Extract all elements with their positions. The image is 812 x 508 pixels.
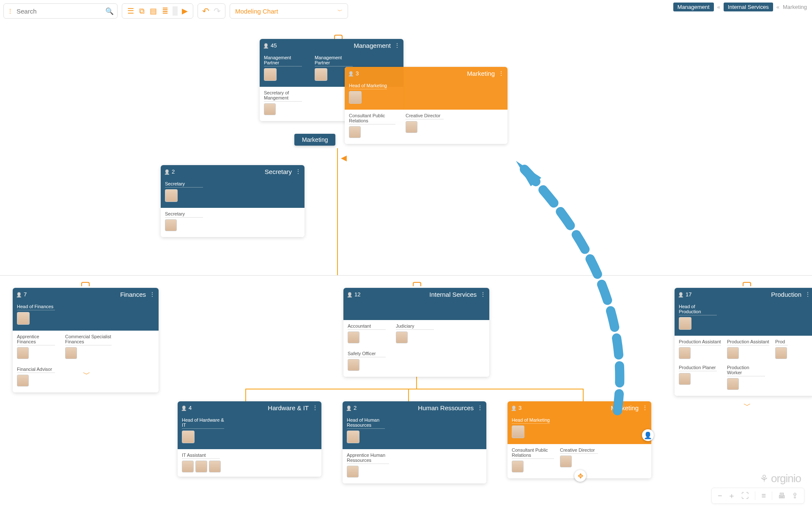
avatar[interactable] (349, 91, 362, 104)
avatar[interactable] (512, 425, 524, 438)
role-label: Safety Officer (348, 351, 386, 357)
person-icon (164, 168, 170, 175)
avatar[interactable] (17, 312, 30, 325)
collapse-node-icon[interactable] (81, 282, 90, 286)
person-icon (346, 405, 352, 411)
role-label: Management Partner (264, 55, 302, 66)
avatar[interactable] (775, 347, 787, 359)
role-label: Accountant (348, 323, 386, 330)
avatar[interactable] (65, 347, 77, 359)
avatar[interactable] (17, 347, 29, 359)
card-hardware-it[interactable]: 4 Hardware & IT ⋮ Head of Hardware & IT … (178, 401, 321, 477)
print-icon[interactable]: 🖶 (778, 491, 786, 500)
fit-screen-icon[interactable]: ⛶ (741, 491, 749, 500)
drag-person-badge-icon[interactable]: 👤 (642, 429, 654, 441)
connector (408, 389, 409, 401)
person-icon (181, 405, 187, 411)
brand-icon: ⚘ (760, 473, 768, 485)
avatar[interactable] (209, 461, 221, 472)
card-marketing[interactable]: 3 Marketing ⋮ Head of Marketing Consulta… (508, 401, 651, 478)
share-icon[interactable]: ⇪ (792, 491, 798, 500)
connector (245, 389, 246, 401)
card-menu-icon[interactable]: ⋮ (805, 291, 811, 298)
avatar[interactable] (679, 317, 691, 330)
zoom-in-icon[interactable]: ＋ (728, 491, 735, 501)
role-label: Apprentice Finances (17, 334, 55, 345)
person-icon (511, 405, 517, 411)
role-label: Creative Director (406, 113, 444, 119)
card-menu-icon[interactable]: ⋮ (498, 70, 504, 77)
role-label: Financial Advisor (17, 367, 55, 373)
avatar[interactable] (315, 68, 327, 81)
avatar[interactable] (512, 461, 524, 472)
headcount: 12 (347, 291, 360, 298)
settings-icon[interactable]: ≡ (761, 491, 766, 500)
avatar[interactable] (165, 189, 178, 202)
role-label: Judiciary (396, 323, 434, 330)
person-icon (347, 291, 353, 298)
role-label: Head of Marketing (512, 417, 550, 424)
avatar[interactable] (406, 121, 417, 133)
role-label: Head of Hardware & IT (182, 417, 224, 429)
avatar[interactable] (165, 219, 177, 231)
role-label: Production Assistant (727, 339, 769, 345)
expand-down-icon[interactable]: ﹀ (83, 369, 91, 379)
card-title: Marketing (359, 70, 495, 77)
card-tag-marketing[interactable]: Marketing (294, 134, 335, 146)
card-human-resources[interactable]: 2 Human Ressources ⋮ Head of Human Resso… (343, 401, 486, 483)
zoom-out-icon[interactable]: − (718, 491, 722, 500)
avatar[interactable] (264, 68, 277, 81)
drag-arrow-icon (508, 157, 643, 419)
avatar[interactable] (348, 331, 359, 343)
card-menu-icon[interactable]: ⋮ (394, 42, 400, 49)
card-menu-icon[interactable]: ⋮ (480, 291, 486, 298)
avatar[interactable] (182, 461, 194, 472)
role-label: Commercial Specialist Finances (65, 334, 112, 345)
avatar[interactable] (727, 378, 739, 390)
headcount: 7 (16, 291, 27, 298)
collapse-node-icon[interactable] (743, 282, 751, 286)
headcount: 17 (678, 291, 691, 298)
card-title: Management (277, 42, 391, 49)
avatar[interactable] (679, 373, 691, 385)
card-menu-icon[interactable]: ⋮ (312, 404, 318, 411)
org-chart-canvas[interactable]: 45 Management ⋮ Management Partner Manag… (0, 0, 812, 508)
card-internal-services[interactable]: 12 Internal Services ⋮ Accountant Judici… (343, 288, 489, 377)
card-secretary[interactable]: 2 Secretary ⋮ Secretary Secretary (161, 165, 304, 237)
card-title: Finances (27, 291, 146, 298)
avatar[interactable] (727, 347, 739, 359)
collapse-node-icon[interactable] (334, 35, 343, 39)
avatar[interactable] (182, 431, 195, 443)
connector (245, 389, 584, 389)
headcount: 2 (346, 405, 357, 411)
role-label: Apprentice Human Ressources (347, 453, 389, 464)
avatar[interactable] (560, 456, 572, 467)
card-marketing-dragged[interactable]: 3 Marketing ⋮ Head of Marketing Consulta… (345, 67, 508, 144)
card-menu-icon[interactable]: ⋮ (477, 404, 483, 411)
card-production[interactable]: 17 Production ⋮ Head of Production Produ… (675, 288, 812, 396)
card-menu-icon[interactable]: ⋮ (149, 291, 155, 298)
card-title: Internal Services (360, 291, 477, 298)
back-arrow-icon[interactable]: ◀ (341, 153, 347, 163)
card-title: Marketing (521, 404, 639, 411)
avatar[interactable] (679, 347, 691, 359)
avatar[interactable] (396, 331, 408, 343)
collapse-node-icon[interactable] (413, 282, 421, 286)
expand-down-icon[interactable]: ﹀ (743, 400, 751, 411)
avatar[interactable] (195, 461, 207, 472)
role-label: Consultant Public Relations (512, 447, 554, 459)
person-icon (348, 70, 354, 77)
avatar[interactable] (349, 126, 361, 138)
avatar[interactable] (347, 466, 359, 478)
card-menu-icon[interactable]: ⋮ (642, 404, 648, 411)
avatar[interactable] (347, 431, 359, 443)
avatar[interactable] (348, 359, 359, 371)
role-label: Head of Marketing (349, 83, 387, 89)
drag-move-badge-icon[interactable]: ✥ (574, 470, 586, 482)
avatar[interactable] (264, 103, 276, 115)
role-label: Production Assistant (679, 339, 721, 345)
avatar[interactable] (17, 375, 29, 387)
card-menu-icon[interactable]: ⋮ (295, 168, 301, 175)
person-icon (678, 291, 684, 298)
brand-logo: ⚘ orginio (760, 472, 801, 485)
